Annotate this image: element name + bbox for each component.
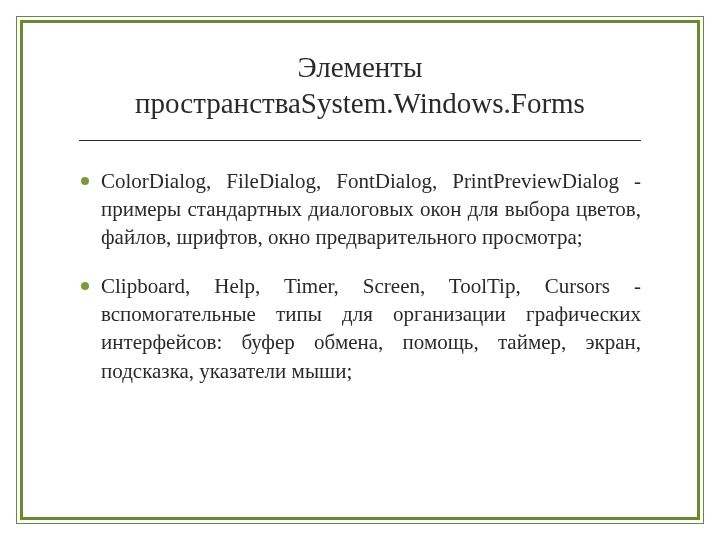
slide: Элементы пространстваSystem.Windows.Form…	[0, 0, 720, 540]
title-divider	[79, 140, 641, 141]
bullet-list: ColorDialog, FileDialog, FontDialog, Pri…	[79, 167, 641, 385]
slide-title: Элементы пространстваSystem.Windows.Form…	[79, 49, 641, 122]
outer-border: Элементы пространстваSystem.Windows.Form…	[16, 16, 704, 524]
list-item: ColorDialog, FileDialog, FontDialog, Pri…	[79, 167, 641, 252]
inner-border: Элементы пространстваSystem.Windows.Form…	[20, 20, 700, 520]
list-item: Clipboard, Help, Timer, Screen, ToolTip,…	[79, 272, 641, 385]
